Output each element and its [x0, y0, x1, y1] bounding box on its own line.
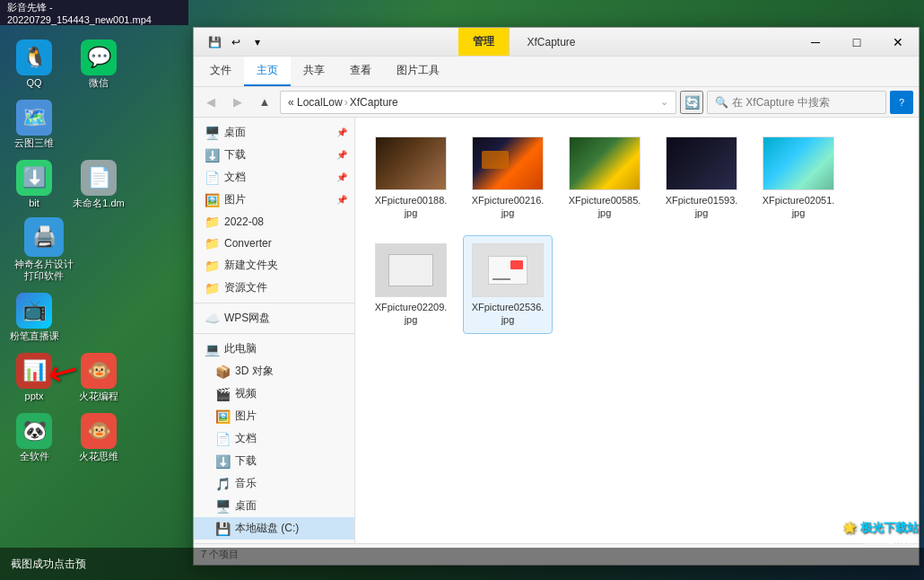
- minimize-button[interactable]: ─: [795, 28, 836, 57]
- quick-save-btn[interactable]: 💾: [205, 32, 224, 52]
- file-name-5: XFpicture02051.jpg: [763, 194, 835, 220]
- bottom-bar: 截图成功点击预: [0, 548, 924, 580]
- pin-download: 📌: [336, 150, 347, 160]
- nav-item-images[interactable]: 🖼️ 图片: [194, 405, 354, 427]
- watermark-logo: 🌟 极光下载站: [842, 520, 919, 536]
- path-xfcapture: XfCapture: [350, 96, 398, 109]
- file-item-3[interactable]: XFpicture00585.jpg: [560, 128, 649, 228]
- help-button[interactable]: ?: [890, 91, 913, 114]
- video-nav-icon: 🎬: [215, 387, 230, 401]
- window-title-area: XfCapture: [510, 28, 796, 56]
- nav-item-docs[interactable]: 📄 文档 📌: [194, 166, 354, 189]
- desktop-icon-fenbisibo[interactable]: 📺 粉笔直播课: [4, 289, 65, 346]
- nav-item-cDrive[interactable]: 💾 本地磁盘 (C:): [194, 517, 354, 540]
- desktop-icon-yuntusan[interactable]: 🗺️ 云图三维: [4, 96, 65, 153]
- docs-nav-icon: 📄: [205, 171, 219, 185]
- ribbon-tab-view[interactable]: 查看: [337, 57, 384, 86]
- ribbon-toolbar: 文件 主页 共享 查看 图片工具: [194, 57, 919, 87]
- nav-label-video: 视频: [235, 386, 257, 401]
- nav-pane: 🖥️ 桌面 📌 ⬇️ 下载 📌 📄 文档 📌 🖼️ 图片 �: [194, 118, 355, 543]
- maximize-button[interactable]: □: [836, 28, 877, 57]
- forward-button[interactable]: ▶: [226, 91, 249, 114]
- pin-docs: 📌: [336, 172, 347, 182]
- file-item-5[interactable]: XFpicture02051.jpg: [754, 128, 843, 228]
- path-separator: ›: [344, 96, 348, 109]
- search-input[interactable]: [732, 96, 878, 109]
- file-grid: XFpicture00188.jpg XFpicture00216.jpg: [366, 128, 908, 334]
- pin-desktop: 📌: [336, 127, 347, 137]
- ribbon-tab-picture-tools[interactable]: 图片工具: [384, 57, 452, 86]
- nav-item-pictures[interactable]: 🖼️ 图片 📌: [194, 189, 354, 211]
- documents-nav-icon: 📄: [215, 432, 230, 446]
- desktop-icon-quanruanjian[interactable]: 🐼 全软件: [4, 409, 65, 466]
- close-button[interactable]: ✕: [877, 28, 919, 57]
- nav-item-resources[interactable]: 📁 资源文件: [194, 277, 354, 299]
- icon-label-unnamed: 未命名1.dm: [73, 198, 124, 209]
- watermark-url: www.xz7.com: [842, 536, 919, 546]
- window-controls: ─ □ ✕: [795, 28, 919, 56]
- desktop: 影音先锋 - 20220729_154443_new001.mp4 🐧 QQ 💬…: [0, 0, 924, 580]
- manage-tab[interactable]: 管理: [458, 28, 510, 56]
- address-bar: ◀ ▶ ▲ « LocalLow › XfCapture ⌄ 🔄 🔍 ?: [194, 87, 919, 118]
- nav-label-wps: WPS网盘: [224, 311, 270, 326]
- back-button[interactable]: ◀: [199, 91, 222, 114]
- nav-label-documents: 文档: [235, 431, 257, 446]
- nav-label-pictures: 图片: [224, 192, 246, 207]
- manage-tab-label: 管理: [473, 34, 494, 49]
- nav-item-desktop2[interactable]: 🖥️ 桌面: [194, 495, 354, 517]
- file-item-1[interactable]: XFpicture00188.jpg: [366, 128, 456, 228]
- file-item-6[interactable]: XFpicture02209.jpg: [366, 235, 456, 335]
- file-pane: XFpicture00188.jpg XFpicture00216.jpg: [355, 118, 919, 543]
- nav-item-converter[interactable]: 📁 Converter: [194, 233, 354, 254]
- desktop-icon-qq[interactable]: 🐧 QQ: [4, 36, 65, 92]
- desktop-icon-pptx[interactable]: 📊 pptx: [4, 349, 65, 406]
- address-path[interactable]: « LocalLow › XfCapture ⌄: [280, 91, 676, 114]
- nav-item-newfolder[interactable]: 📁 新建文件夹: [194, 254, 354, 277]
- nav-item-downloads2[interactable]: ⬇️ 下载: [194, 450, 354, 472]
- up-button[interactable]: ▲: [253, 91, 276, 114]
- nav-label-desktop2: 桌面: [235, 498, 257, 514]
- refresh-button[interactable]: 🔄: [680, 91, 703, 114]
- folder-new-icon: 📁: [205, 259, 219, 273]
- file-thumb-3: [569, 136, 641, 190]
- desktop-icon-wechat[interactable]: 💬 微信: [68, 36, 129, 92]
- nav-item-desktop[interactable]: 🖥️ 桌面 📌: [194, 121, 354, 144]
- video-titlebar: 影音先锋 - 20220729_154443_new001.mp4: [0, 0, 188, 25]
- file-thumb-6: [375, 243, 447, 297]
- desktop-icon-namecard[interactable]: 🖨️ 神奇名片设计打印软件: [4, 214, 84, 286]
- desktop-icon-unnamed[interactable]: 📄 未命名1.dm: [68, 156, 129, 213]
- icon-label-huohuo: 火花编程: [79, 391, 118, 402]
- desktop-icon-huohuo[interactable]: 🐵 火花编程: [68, 349, 129, 406]
- nav-item-2022-08[interactable]: 📁 2022-08: [194, 211, 354, 233]
- icon-label-quanruanjian: 全软件: [20, 451, 49, 462]
- file-item-7[interactable]: XFpicture02536.jpg: [463, 235, 553, 335]
- nav-item-wps[interactable]: ☁️ WPS网盘: [194, 307, 354, 330]
- file-item-2[interactable]: XFpicture00216.jpg: [463, 128, 553, 228]
- quick-undo-btn[interactable]: ↩: [226, 32, 246, 52]
- nav-item-video[interactable]: 🎬 视频: [194, 382, 354, 405]
- path-localow: « LocalLow: [288, 96, 343, 109]
- nav-item-thispc[interactable]: 💻 此电脑: [194, 338, 354, 360]
- images-nav-icon: 🖼️: [215, 409, 230, 424]
- title-bar: 💾 ↩ ▾ 管理 XfCapture ─ □ ✕: [194, 28, 919, 57]
- nav-label-2022-08: 2022-08: [224, 215, 264, 228]
- file-item-4[interactable]: XFpicture01593.jpg: [657, 128, 746, 228]
- ribbon-tab-home[interactable]: 主页: [244, 57, 291, 86]
- ribbon-tab-file[interactable]: 文件: [197, 57, 244, 86]
- file-thumb-7: [472, 243, 544, 297]
- desktop-icons-area: 🐧 QQ 💬 微信 🗺️ 云图三维: [0, 0, 179, 580]
- desktop-nav-icon: 🖥️: [205, 126, 219, 140]
- ribbon-tab-share[interactable]: 共享: [291, 57, 337, 86]
- nav-item-3d[interactable]: 📦 3D 对象: [194, 360, 354, 382]
- desktop-icon-huahua[interactable]: 🐵 火花思维: [68, 409, 129, 466]
- desktop-icon-bit[interactable]: ⬇️ bit: [4, 156, 65, 213]
- icon-label-wechat: 微信: [89, 77, 109, 89]
- watermark-area: 🌟 极光下载站 www.xz7.com: [842, 520, 919, 546]
- explorer-window: 💾 ↩ ▾ 管理 XfCapture ─ □ ✕ 文: [193, 27, 920, 566]
- nav-item-documents[interactable]: 📄 文档: [194, 427, 354, 450]
- nav-item-music[interactable]: 🎵 音乐: [194, 472, 354, 495]
- quick-dropdown-btn[interactable]: ▾: [248, 32, 267, 52]
- icon-label-namecard: 神奇名片设计打印软件: [14, 259, 74, 282]
- nav-item-download[interactable]: ⬇️ 下载 📌: [194, 144, 354, 166]
- icon-label-huahua: 火花思维: [79, 451, 118, 462]
